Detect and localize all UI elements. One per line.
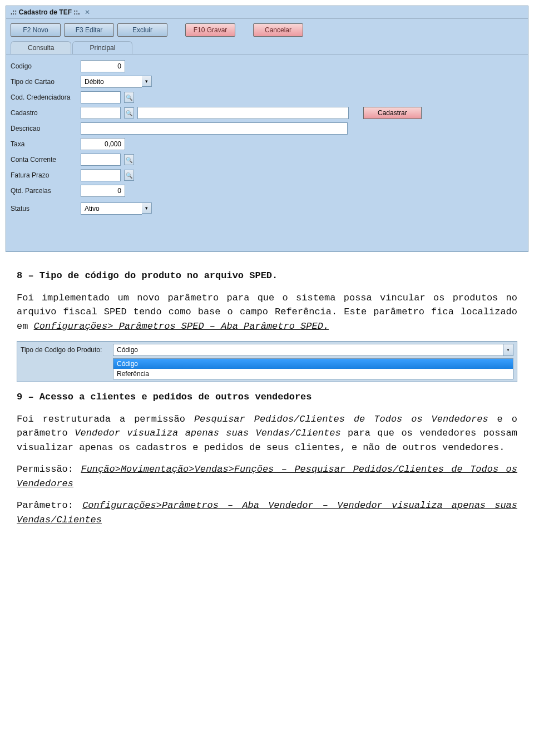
editar-button[interactable]: F3 Editar <box>64 23 114 37</box>
status-label: Status <box>11 205 77 213</box>
dd-input[interactable] <box>113 344 503 356</box>
titlebar: .:: Cadastro de TEF ::. ✕ <box>6 6 528 19</box>
form-area: Codigo Tipo de Cartao ▾ Cod. Credenciado… <box>6 54 528 251</box>
taxa-input[interactable] <box>81 138 125 150</box>
tipo-cartao-label: Tipo de Cartao <box>11 78 77 86</box>
novo-button[interactable]: F2 Novo <box>11 23 61 37</box>
dd-option-codigo[interactable]: Código <box>113 359 513 369</box>
tabs: Consulta Principal <box>11 41 523 54</box>
lookup-icon[interactable]: 🔍 <box>124 170 134 181</box>
dropdown-screenshot: Tipo de Codigo do Produto: ▾ Código Refe… <box>17 341 517 382</box>
cadastrar-button[interactable]: Cadastrar <box>363 107 422 119</box>
dd-option-referencia[interactable]: Referência <box>113 369 513 379</box>
codigo-label: Codigo <box>11 62 77 70</box>
cod-cred-input[interactable] <box>81 91 121 103</box>
qtd-input[interactable] <box>81 185 125 197</box>
chevron-down-icon[interactable]: ▾ <box>142 76 152 87</box>
tab-principal[interactable]: Principal <box>72 41 132 54</box>
conta-label: Conta Corrente <box>11 156 77 164</box>
descricao-label: Descricao <box>11 125 77 132</box>
status-select[interactable] <box>81 202 142 215</box>
conta-input[interactable] <box>81 154 121 166</box>
document-body: 8 – Tipo de código do produto no arquivo… <box>0 269 534 551</box>
fatura-input[interactable] <box>81 169 121 181</box>
close-icon[interactable]: ✕ <box>85 8 90 16</box>
cancelar-button[interactable]: Cancelar <box>253 23 303 37</box>
excluir-button[interactable]: Excluir <box>117 23 167 37</box>
lookup-icon[interactable]: 🔍 <box>124 92 134 103</box>
window-title: .:: Cadastro de TEF ::. <box>11 8 80 16</box>
descricao-input[interactable] <box>81 122 348 135</box>
cadastro-label: Cadastro <box>11 109 77 117</box>
cadastro-desc-input[interactable] <box>137 107 349 119</box>
heading-8: 8 – Tipo de código do produto no arquivo… <box>17 269 517 283</box>
paragraph-8: Foi implementado um novo parâmetro para … <box>17 291 517 334</box>
tipo-cartao-select[interactable] <box>81 76 142 88</box>
cod-cred-label: Cod. Credenciadora <box>11 93 77 101</box>
codigo-input[interactable] <box>81 60 125 72</box>
taxa-label: Taxa <box>11 140 77 148</box>
heading-9: 9 – Acesso a clientes e pedidos de outro… <box>17 390 517 404</box>
toolbar: F2 Novo F3 Editar Excluir F10 Gravar Can… <box>6 19 528 41</box>
dd-label: Tipo de Codigo do Produto: <box>21 346 110 354</box>
tab-consulta[interactable]: Consulta <box>11 41 71 54</box>
qtd-label: Qtd. Parcelas <box>11 187 77 195</box>
chevron-down-icon[interactable]: ▾ <box>503 344 513 356</box>
permission-line: Permissão: Função>Movimentação>Vendas>Fu… <box>17 462 517 491</box>
lookup-icon[interactable]: 🔍 <box>124 107 134 118</box>
parameter-line: Parâmetro: Configurações>Parâmetros – Ab… <box>17 498 517 527</box>
lookup-icon[interactable]: 🔍 <box>124 154 134 165</box>
cadastro-code-input[interactable] <box>81 107 121 119</box>
chevron-down-icon[interactable]: ▾ <box>142 202 152 214</box>
dd-list: Código Referência <box>113 358 513 379</box>
fatura-label: Fatura Prazo <box>11 171 77 179</box>
gravar-button[interactable]: F10 Gravar <box>185 23 235 37</box>
paragraph-9: Foi restruturada a permissão Pesquisar P… <box>17 412 517 455</box>
tef-window: .:: Cadastro de TEF ::. ✕ F2 Novo F3 Edi… <box>6 6 528 252</box>
